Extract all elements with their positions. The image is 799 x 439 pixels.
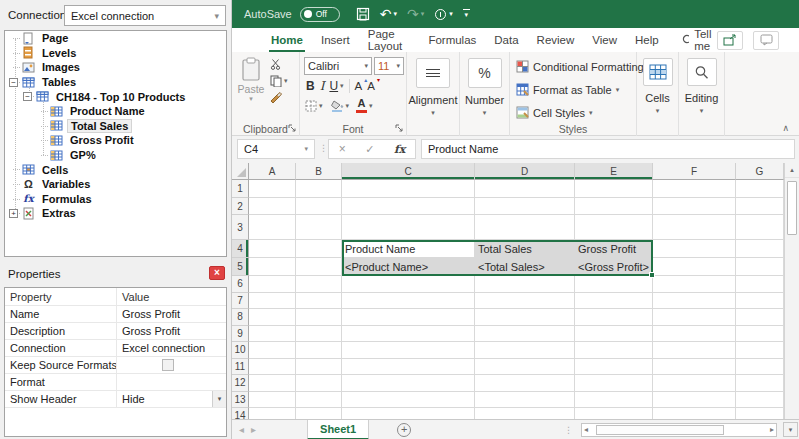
tree-item-cells[interactable]: Cells xyxy=(5,162,226,177)
row-header[interactable]: 5 xyxy=(232,258,249,276)
cell[interactable] xyxy=(736,359,784,376)
comments-button[interactable] xyxy=(753,31,779,50)
cell[interactable] xyxy=(249,293,296,310)
cell[interactable] xyxy=(249,342,296,359)
sheet-tab-sheet1[interactable]: Sheet1 xyxy=(307,420,369,439)
cells-group[interactable]: Cells ▾ xyxy=(637,52,679,136)
cell[interactable] xyxy=(653,359,736,376)
cell[interactable] xyxy=(736,392,784,409)
column-header[interactable]: G xyxy=(736,163,784,180)
cell[interactable] xyxy=(296,326,342,343)
cell[interactable] xyxy=(736,215,784,240)
cell[interactable] xyxy=(575,359,653,376)
formula-bar-splitter[interactable]: ⋮ xyxy=(319,143,328,153)
collapse-expander-icon[interactable]: − xyxy=(23,92,32,101)
cell[interactable] xyxy=(296,258,342,276)
borders-button[interactable]: ▾ xyxy=(305,100,323,112)
cell[interactable] xyxy=(575,392,653,409)
cell[interactable] xyxy=(342,408,475,419)
font-color-button[interactable]: A▾ xyxy=(356,98,373,113)
scroll-left-icon[interactable]: ◂ xyxy=(584,425,588,434)
cell[interactable] xyxy=(296,240,342,258)
column-header[interactable]: E xyxy=(575,163,653,180)
keep-source-formats-checkbox[interactable] xyxy=(162,359,174,371)
number-group[interactable]: % Number ▾ xyxy=(460,52,510,136)
tree-item-tables[interactable]: − Tables xyxy=(5,75,226,90)
row-header[interactable]: 6 xyxy=(232,276,249,293)
cell[interactable] xyxy=(575,309,653,326)
editing-button[interactable] xyxy=(687,58,717,86)
tree-item-extras[interactable]: + Extras xyxy=(5,206,226,221)
cell[interactable] xyxy=(249,240,296,258)
cell[interactable] xyxy=(736,293,784,310)
cell[interactable] xyxy=(342,276,475,293)
cell[interactable] xyxy=(249,276,296,293)
cell[interactable] xyxy=(736,198,784,215)
copy-button[interactable]: ▾ xyxy=(270,75,288,87)
cell[interactable] xyxy=(296,408,342,419)
cell[interactable] xyxy=(296,375,342,392)
vertical-scrollbar[interactable]: ▴ xyxy=(784,163,799,419)
tab-home[interactable]: Home xyxy=(262,28,312,52)
column-header[interactable]: C xyxy=(342,163,475,180)
redo-button[interactable]: ↷▾ xyxy=(407,7,424,21)
font-dialog-launcher[interactable] xyxy=(395,122,403,134)
cell[interactable] xyxy=(249,309,296,326)
cell[interactable] xyxy=(342,293,475,310)
row-header[interactable]: 9 xyxy=(232,326,249,343)
share-button[interactable] xyxy=(717,31,743,50)
scroll-down-icon[interactable]: ▾ xyxy=(783,422,798,437)
connection-dropdown[interactable]: Excel connection ▾ xyxy=(64,5,226,26)
cell[interactable] xyxy=(736,342,784,359)
cell[interactable] xyxy=(342,326,475,343)
tell-me-search[interactable]: Tell me xyxy=(682,28,717,52)
format-as-table-button[interactable]: Format as Table▾ xyxy=(516,83,619,96)
tree-item-column-gross-profit[interactable]: Gross Profit xyxy=(5,133,226,148)
cell[interactable] xyxy=(736,240,784,258)
cell[interactable] xyxy=(736,258,784,276)
show-header-value[interactable]: Hide xyxy=(122,393,145,405)
cell[interactable] xyxy=(249,375,296,392)
cell-styles-button[interactable]: Cell Styles▾ xyxy=(516,106,592,119)
cell-e5[interactable]: <Gross Profit> xyxy=(575,258,653,276)
cell[interactable] xyxy=(653,326,736,343)
formula-bar-input[interactable]: Product Name xyxy=(421,139,795,159)
cell[interactable] xyxy=(342,375,475,392)
cell[interactable] xyxy=(249,198,296,215)
cell[interactable] xyxy=(575,342,653,359)
cancel-icon[interactable]: × xyxy=(339,142,346,156)
cell[interactable] xyxy=(296,392,342,409)
sheetbar-splitter[interactable]: ⋮ xyxy=(564,425,573,435)
cell-e4[interactable]: Gross Profit xyxy=(575,240,653,258)
cell[interactable] xyxy=(249,258,296,276)
cell[interactable] xyxy=(653,309,736,326)
cell[interactable] xyxy=(475,375,575,392)
cell[interactable] xyxy=(736,326,784,343)
row-header[interactable]: 12 xyxy=(232,375,249,392)
cell[interactable] xyxy=(575,276,653,293)
cell[interactable] xyxy=(736,309,784,326)
cell-d4[interactable]: Total Sales xyxy=(475,240,575,258)
cell[interactable] xyxy=(736,408,784,419)
tab-view[interactable]: View xyxy=(583,28,626,52)
cell[interactable] xyxy=(249,180,296,198)
cell[interactable] xyxy=(736,180,784,198)
alignment-button[interactable] xyxy=(416,58,450,88)
cell[interactable] xyxy=(475,342,575,359)
row-header[interactable]: 8 xyxy=(232,309,249,326)
cell[interactable] xyxy=(296,180,342,198)
sheet-nav-right-icon[interactable]: ▸ xyxy=(251,424,263,435)
italic-button[interactable]: I xyxy=(320,79,325,93)
tree-item-page[interactable]: Page xyxy=(5,31,226,46)
scroll-right-icon[interactable]: ▸ xyxy=(770,425,774,434)
cell[interactable] xyxy=(575,198,653,215)
save-button[interactable] xyxy=(356,7,370,21)
row-header[interactable]: 3 xyxy=(232,215,249,240)
cut-button[interactable] xyxy=(270,58,282,70)
tree-item-images[interactable]: Images xyxy=(5,60,226,75)
tab-insert[interactable]: Insert xyxy=(312,28,359,52)
cell[interactable] xyxy=(296,215,342,240)
cell[interactable] xyxy=(575,326,653,343)
cell[interactable] xyxy=(296,293,342,310)
cell[interactable] xyxy=(653,375,736,392)
